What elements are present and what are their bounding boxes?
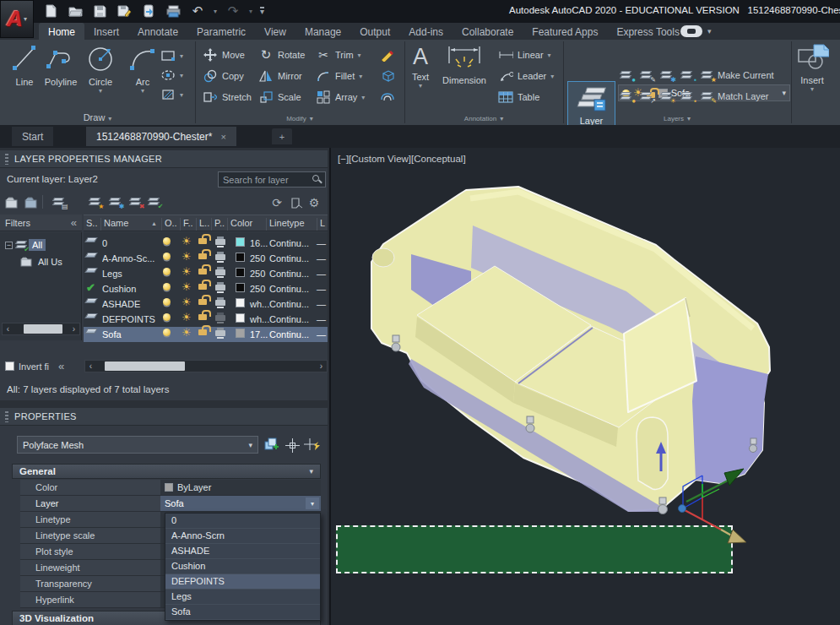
dropdown-option-0[interactable]: 0	[165, 514, 320, 529]
fillet-button[interactable]: Fillet▾	[316, 67, 362, 85]
make-current-button[interactable]: ★Make Current	[701, 66, 774, 84]
invert-filter-checkbox[interactable]	[5, 361, 14, 371]
save-icon[interactable]	[91, 3, 108, 19]
new-layer-vp-frozen-button[interactable]: ✱	[106, 194, 123, 210]
collapse-node-icon[interactable]: −	[5, 242, 13, 249]
layer-thaw-tool[interactable]: ☀	[660, 87, 673, 106]
ribbon-tab-output[interactable]: Output	[350, 23, 399, 40]
layer-on-icon[interactable]	[163, 313, 171, 321]
layer-lock-tool[interactable]: ▪	[680, 66, 693, 84]
draw-panel-label[interactable]: Draw▾	[0, 112, 195, 124]
ribbon-tab-parametric[interactable]: Parametric	[187, 23, 255, 40]
collapse-pane-icon[interactable]: «	[58, 360, 64, 372]
palette-grip[interactable]	[5, 411, 8, 422]
toggle-pickadd-button[interactable]	[263, 437, 279, 454]
dropdown-option-defpoints[interactable]: DEFPOINTS	[165, 574, 320, 590]
layer-freeze-icon[interactable]: ☀	[182, 283, 192, 291]
line-button[interactable]: Line	[10, 43, 39, 87]
layer-lock-icon[interactable]	[198, 253, 207, 259]
explode-button[interactable]	[380, 67, 395, 85]
column-name[interactable]: Name	[100, 218, 128, 231]
array-button[interactable]: Array▾	[316, 88, 365, 106]
layer-color-swatch[interactable]	[236, 268, 245, 277]
filter-tree-hscrollbar[interactable]: ‹›	[2, 323, 80, 335]
ribbon-tab-annotate[interactable]: Annotate	[128, 23, 187, 40]
column-lock[interactable]: L..	[196, 218, 209, 231]
delete-layer-button[interactable]: ✖	[127, 194, 144, 210]
property-value-color[interactable]: ByLayer	[160, 480, 321, 496]
viewport-controls-label[interactable]: [−][Custom View][Conceptual]	[338, 154, 466, 164]
layer-plot-icon[interactable]	[215, 330, 225, 336]
polyline-button[interactable]: Polyline	[44, 43, 78, 87]
property-value-layer[interactable]: Sofa▾	[160, 496, 321, 512]
layer-freeze-icon[interactable]: ☀	[182, 313, 192, 322]
layer-lock-icon[interactable]	[198, 314, 207, 320]
hatch-tool-button[interactable]: ▾	[160, 85, 183, 104]
layer-settings-doc-icon[interactable]	[288, 194, 305, 210]
filter-node-all-used[interactable]: All Us	[20, 256, 66, 268]
column-color[interactable]: Color	[227, 218, 252, 231]
layer-plot-icon[interactable]	[215, 239, 225, 245]
dropdown-option-cushion[interactable]: Cushion	[165, 559, 320, 574]
ribbon-tab-collaborate[interactable]: Collaborate	[453, 23, 523, 40]
open-file-icon[interactable]	[67, 3, 84, 19]
plot-icon[interactable]	[165, 3, 182, 19]
object-type-dropdown[interactable]: Polyface Mesh ▾	[17, 436, 258, 454]
layer-color-swatch[interactable]	[236, 329, 245, 338]
ribbon-tab-express-tools[interactable]: Express Tools	[607, 23, 688, 40]
offset-button[interactable]	[380, 88, 395, 106]
layer-freeze-icon[interactable]: ☀	[182, 298, 192, 307]
search-input[interactable]	[218, 171, 326, 188]
match-layer-button[interactable]: ✎Match Layer	[701, 87, 769, 106]
lpm-header[interactable]: LAYER PROPERTIES MANAGER	[0, 150, 328, 168]
annotation-panel-label[interactable]: Annotation▾	[404, 112, 563, 124]
app-menu-button[interactable]: A▾	[0, 0, 34, 38]
file-tab-document[interactable]: 1512468870990-Chester*×	[86, 127, 236, 146]
layer-lock-icon[interactable]	[198, 299, 207, 305]
new-tab-button[interactable]: +	[272, 128, 292, 144]
layer-freeze-icon[interactable]: ☀	[182, 237, 192, 246]
table-button[interactable]: Table	[498, 88, 539, 106]
layers-panel-label[interactable]: Layers▾	[563, 112, 791, 124]
chevron-down-icon[interactable]: ▾	[306, 497, 319, 509]
ellipse-tool-button[interactable]: ▾	[160, 66, 183, 84]
new-file-icon[interactable]	[42, 3, 59, 19]
refresh-icon[interactable]: ⟳	[268, 194, 285, 210]
layer-lock-icon[interactable]	[198, 269, 207, 274]
circle-button[interactable]: Circle ▾	[84, 43, 117, 93]
dropdown-option-a-anno-scrn[interactable]: A-Anno-Scrn	[165, 529, 320, 544]
ribbon-display-dropdown-icon[interactable]: ▾	[707, 27, 712, 35]
dimension-button[interactable]: Dimension	[442, 43, 486, 85]
collapse-section-icon[interactable]: ▾	[309, 467, 313, 476]
layer-isolate-tool[interactable]: ✎	[640, 66, 653, 84]
layer-on-icon[interactable]	[163, 298, 171, 306]
filter-node-all[interactable]: − ✔ All	[5, 239, 46, 251]
column-on[interactable]: O..	[161, 218, 177, 231]
set-current-layer-button[interactable]: ✔	[145, 194, 162, 210]
drawing-canvas[interactable]: [−][Custom View][Conceptual]	[329, 148, 840, 625]
dropdown-option-ashade[interactable]: ASHADE	[165, 544, 320, 559]
erase-button[interactable]	[380, 46, 395, 64]
new-layer-button[interactable]: ★	[86, 194, 103, 210]
layer-list-hscrollbar[interactable]: ‹›	[84, 360, 328, 372]
dropdown-option-sofa[interactable]: Sofa	[165, 605, 320, 620]
layer-freeze-tool[interactable]: ✱	[660, 66, 673, 84]
column-plot[interactable]: P..	[211, 218, 225, 231]
linear-button[interactable]: Linear▾	[498, 46, 551, 64]
redo-dropdown-icon[interactable]: ▾	[249, 8, 252, 15]
layer-freeze-icon[interactable]: ☀	[182, 329, 192, 337]
layer-unlock-tool[interactable]: ▪	[680, 87, 693, 106]
ribbon-display-button[interactable]	[680, 25, 702, 37]
layer-no-plot-icon[interactable]	[215, 315, 225, 321]
scale-button[interactable]: Scale	[258, 88, 301, 106]
layer-freeze-icon[interactable]: ☀	[182, 253, 192, 261]
layer-plot-icon[interactable]	[215, 269, 225, 275]
dropdown-option-legs[interactable]: Legs	[165, 590, 320, 605]
stretch-button[interactable]: Stretch	[203, 88, 252, 106]
undo-dropdown-icon[interactable]: ▾	[214, 8, 217, 15]
undo-icon[interactable]: ↶	[189, 3, 206, 19]
layer-color-swatch[interactable]	[236, 253, 245, 262]
column-status[interactable]: S..	[84, 218, 97, 231]
layer-plot-icon[interactable]	[215, 254, 225, 260]
layer-color-swatch[interactable]	[236, 298, 245, 307]
